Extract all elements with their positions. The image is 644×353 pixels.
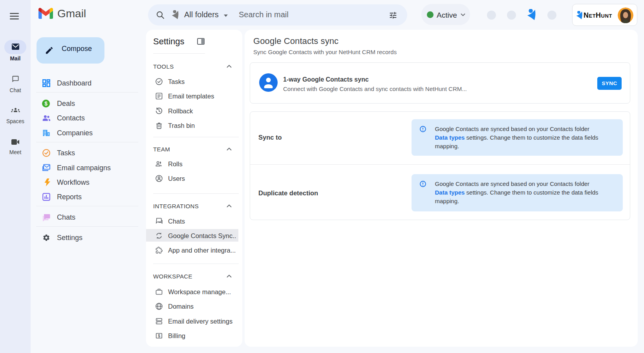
svg-text:$: $	[44, 100, 48, 106]
svg-text:$: $	[158, 333, 160, 338]
